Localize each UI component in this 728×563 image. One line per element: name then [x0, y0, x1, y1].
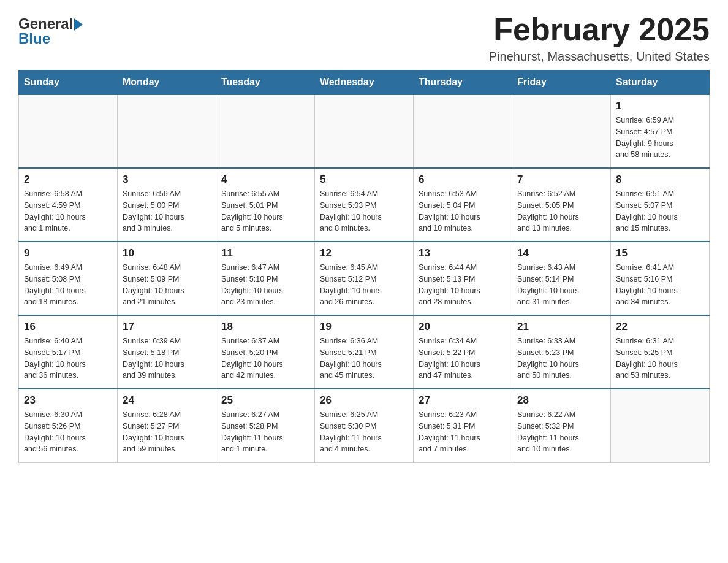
day-number: 24 [123, 394, 211, 407]
day-info: Sunrise: 6:25 AM Sunset: 5:30 PM Dayligh… [320, 409, 408, 455]
calendar-day-cell: 14Sunrise: 6:43 AM Sunset: 5:14 PM Dayli… [512, 242, 611, 315]
calendar-day-cell: 23Sunrise: 6:30 AM Sunset: 5:26 PM Dayli… [19, 389, 118, 462]
calendar-header-row: SundayMondayTuesdayWednesdayThursdayFrid… [19, 71, 710, 95]
day-number: 15 [616, 247, 704, 259]
calendar-day-cell [216, 94, 315, 168]
calendar-week-row: 1Sunrise: 6:59 AM Sunset: 4:57 PM Daylig… [19, 94, 710, 168]
calendar-day-cell: 4Sunrise: 6:55 AM Sunset: 5:01 PM Daylig… [216, 168, 315, 242]
day-info: Sunrise: 6:23 AM Sunset: 5:31 PM Dayligh… [419, 409, 507, 455]
calendar-day-cell: 12Sunrise: 6:45 AM Sunset: 5:12 PM Dayli… [315, 242, 414, 315]
calendar-day-cell: 18Sunrise: 6:37 AM Sunset: 5:20 PM Dayli… [216, 315, 315, 389]
calendar-week-row: 9Sunrise: 6:49 AM Sunset: 5:08 PM Daylig… [19, 242, 710, 315]
calendar-day-cell [315, 94, 414, 168]
day-info: Sunrise: 6:53 AM Sunset: 5:04 PM Dayligh… [419, 188, 507, 234]
day-of-week-header: Wednesday [315, 71, 414, 95]
day-number: 22 [616, 321, 704, 333]
day-of-week-header: Saturday [611, 71, 710, 95]
day-number: 9 [24, 247, 112, 259]
day-info: Sunrise: 6:28 AM Sunset: 5:27 PM Dayligh… [123, 409, 211, 455]
day-number: 18 [221, 321, 309, 333]
day-number: 4 [221, 174, 309, 186]
day-info: Sunrise: 6:27 AM Sunset: 5:28 PM Dayligh… [221, 409, 309, 455]
day-number: 12 [320, 247, 408, 259]
calendar-day-cell: 7Sunrise: 6:52 AM Sunset: 5:05 PM Daylig… [512, 168, 611, 242]
day-info: Sunrise: 6:43 AM Sunset: 5:14 PM Dayligh… [517, 262, 605, 308]
calendar-day-cell: 20Sunrise: 6:34 AM Sunset: 5:22 PM Dayli… [414, 315, 512, 389]
day-of-week-header: Sunday [19, 71, 118, 95]
calendar-day-cell: 25Sunrise: 6:27 AM Sunset: 5:28 PM Dayli… [216, 389, 315, 462]
day-info: Sunrise: 6:47 AM Sunset: 5:10 PM Dayligh… [221, 262, 309, 308]
day-number: 10 [123, 247, 211, 259]
calendar-day-cell [414, 94, 512, 168]
logo: General Blue [18, 12, 83, 47]
day-number: 27 [419, 394, 507, 407]
day-info: Sunrise: 6:52 AM Sunset: 5:05 PM Dayligh… [517, 188, 605, 234]
calendar-day-cell: 28Sunrise: 6:22 AM Sunset: 5:32 PM Dayli… [512, 389, 611, 462]
calendar-day-cell: 16Sunrise: 6:40 AM Sunset: 5:17 PM Dayli… [19, 315, 118, 389]
day-info: Sunrise: 6:49 AM Sunset: 5:08 PM Dayligh… [24, 262, 112, 308]
title-area: February 2025 Pinehurst, Massachusetts, … [489, 12, 710, 64]
day-info: Sunrise: 6:44 AM Sunset: 5:13 PM Dayligh… [419, 262, 507, 308]
calendar-day-cell: 22Sunrise: 6:31 AM Sunset: 5:25 PM Dayli… [611, 315, 710, 389]
day-info: Sunrise: 6:54 AM Sunset: 5:03 PM Dayligh… [320, 188, 408, 234]
day-number: 1 [616, 100, 704, 112]
day-number: 20 [419, 321, 507, 333]
day-number: 26 [320, 394, 408, 407]
calendar-day-cell: 19Sunrise: 6:36 AM Sunset: 5:21 PM Dayli… [315, 315, 414, 389]
day-number: 28 [517, 394, 605, 407]
calendar-subtitle: Pinehurst, Massachusetts, United States [489, 50, 710, 64]
day-info: Sunrise: 6:51 AM Sunset: 5:07 PM Dayligh… [616, 188, 704, 234]
day-number: 6 [419, 174, 507, 186]
day-info: Sunrise: 6:58 AM Sunset: 4:59 PM Dayligh… [24, 188, 112, 234]
calendar-day-cell: 5Sunrise: 6:54 AM Sunset: 5:03 PM Daylig… [315, 168, 414, 242]
calendar-day-cell: 10Sunrise: 6:48 AM Sunset: 5:09 PM Dayli… [118, 242, 216, 315]
day-number: 5 [320, 174, 408, 186]
calendar-week-row: 16Sunrise: 6:40 AM Sunset: 5:17 PM Dayli… [19, 315, 710, 389]
calendar-day-cell: 8Sunrise: 6:51 AM Sunset: 5:07 PM Daylig… [611, 168, 710, 242]
calendar-week-row: 2Sunrise: 6:58 AM Sunset: 4:59 PM Daylig… [19, 168, 710, 242]
calendar-week-row: 23Sunrise: 6:30 AM Sunset: 5:26 PM Dayli… [19, 389, 710, 462]
day-number: 13 [419, 247, 507, 259]
day-number: 2 [24, 174, 112, 186]
calendar-day-cell: 2Sunrise: 6:58 AM Sunset: 4:59 PM Daylig… [19, 168, 118, 242]
day-of-week-header: Thursday [414, 71, 512, 95]
day-number: 21 [517, 321, 605, 333]
day-info: Sunrise: 6:56 AM Sunset: 5:00 PM Dayligh… [123, 188, 211, 234]
day-info: Sunrise: 6:31 AM Sunset: 5:25 PM Dayligh… [616, 335, 704, 381]
day-info: Sunrise: 6:39 AM Sunset: 5:18 PM Dayligh… [123, 335, 211, 381]
calendar-day-cell: 26Sunrise: 6:25 AM Sunset: 5:30 PM Dayli… [315, 389, 414, 462]
day-info: Sunrise: 6:40 AM Sunset: 5:17 PM Dayligh… [24, 335, 112, 381]
day-of-week-header: Tuesday [216, 71, 315, 95]
day-info: Sunrise: 6:59 AM Sunset: 4:57 PM Dayligh… [616, 115, 704, 161]
day-info: Sunrise: 6:22 AM Sunset: 5:32 PM Dayligh… [517, 409, 605, 455]
day-info: Sunrise: 6:45 AM Sunset: 5:12 PM Dayligh… [320, 262, 408, 308]
day-info: Sunrise: 6:48 AM Sunset: 5:09 PM Dayligh… [123, 262, 211, 308]
day-info: Sunrise: 6:33 AM Sunset: 5:23 PM Dayligh… [517, 335, 605, 381]
calendar-day-cell: 27Sunrise: 6:23 AM Sunset: 5:31 PM Dayli… [414, 389, 512, 462]
calendar-day-cell: 21Sunrise: 6:33 AM Sunset: 5:23 PM Dayli… [512, 315, 611, 389]
day-number: 3 [123, 174, 211, 186]
day-number: 25 [221, 394, 309, 407]
day-number: 8 [616, 174, 704, 186]
calendar-table: SundayMondayTuesdayWednesdayThursdayFrid… [18, 70, 710, 463]
day-of-week-header: Monday [118, 71, 216, 95]
calendar-day-cell: 6Sunrise: 6:53 AM Sunset: 5:04 PM Daylig… [414, 168, 512, 242]
day-info: Sunrise: 6:34 AM Sunset: 5:22 PM Dayligh… [419, 335, 507, 381]
day-info: Sunrise: 6:37 AM Sunset: 5:20 PM Dayligh… [221, 335, 309, 381]
day-number: 7 [517, 174, 605, 186]
logo-arrow-icon [74, 18, 83, 31]
calendar-day-cell [19, 94, 118, 168]
day-number: 16 [24, 321, 112, 333]
calendar-day-cell: 1Sunrise: 6:59 AM Sunset: 4:57 PM Daylig… [611, 94, 710, 168]
day-info: Sunrise: 6:55 AM Sunset: 5:01 PM Dayligh… [221, 188, 309, 234]
day-info: Sunrise: 6:41 AM Sunset: 5:16 PM Dayligh… [616, 262, 704, 308]
calendar-day-cell: 17Sunrise: 6:39 AM Sunset: 5:18 PM Dayli… [118, 315, 216, 389]
day-of-week-header: Friday [512, 71, 611, 95]
day-number: 14 [517, 247, 605, 259]
logo-blue-text: Blue [18, 30, 50, 47]
day-number: 23 [24, 394, 112, 407]
page-header: General Blue February 2025 Pinehurst, Ma… [18, 12, 710, 64]
calendar-day-cell: 15Sunrise: 6:41 AM Sunset: 5:16 PM Dayli… [611, 242, 710, 315]
day-number: 11 [221, 247, 309, 259]
calendar-day-cell [512, 94, 611, 168]
